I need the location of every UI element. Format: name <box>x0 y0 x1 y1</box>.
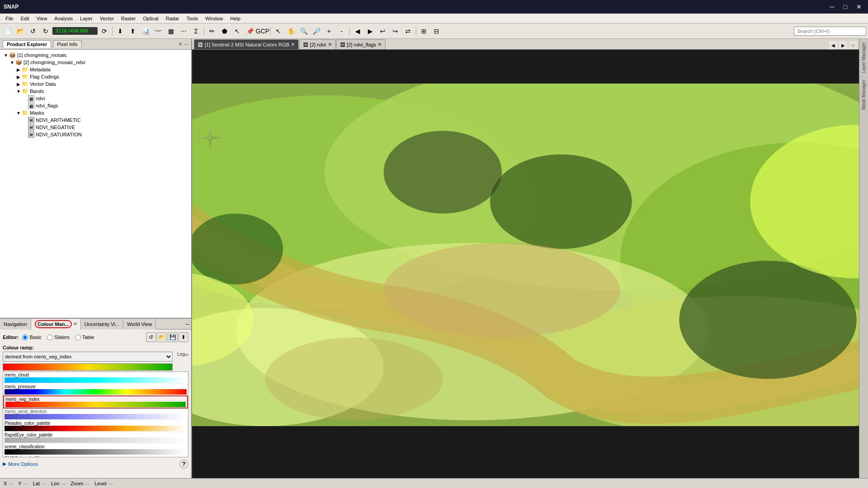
nav-left-button[interactable]: ◀ <box>352 25 363 37</box>
flip-button[interactable]: ⇄ <box>402 25 414 37</box>
map-tab-ndvi-flags-close[interactable]: ✕ <box>378 42 381 47</box>
nav-right-button[interactable]: ▶ <box>364 25 376 37</box>
map-tab-ndvi-close[interactable]: ✕ <box>328 42 332 47</box>
toggle-ndvi-flags[interactable] <box>22 103 28 108</box>
product-explorer-minimize[interactable]: ─ <box>184 41 188 47</box>
tree-item-flagcodings[interactable]: ▶ 📁 Flag Codings <box>14 73 189 80</box>
menu-radar[interactable]: Radar <box>162 15 183 22</box>
refresh-button[interactable]: ⟳ <box>99 25 110 37</box>
spectrum-button[interactable]: 〰 <box>152 25 164 37</box>
chart-button[interactable]: 📊 <box>140 25 151 37</box>
pan-button[interactable]: ✋ <box>285 25 297 37</box>
menu-view[interactable]: View <box>33 15 51 22</box>
zoom-out-button[interactable]: 🔎 <box>310 25 322 37</box>
menu-raster[interactable]: Raster <box>117 15 139 22</box>
export-button[interactable]: ⬆ <box>127 25 139 37</box>
radio-table[interactable]: Table <box>75 335 94 340</box>
tree-item-1[interactable]: ▼ 📦 [1] chongming_mosaic <box>2 51 189 59</box>
palette-item-meris-cloud[interactable]: meris_cloud <box>3 372 188 384</box>
log-label[interactable]: Log₁₀ <box>177 352 188 357</box>
toggle-2[interactable]: ▼ <box>9 60 15 65</box>
help-button[interactable]: ? <box>179 460 188 469</box>
map-tab-sentinel-close[interactable]: ✕ <box>291 42 295 47</box>
arrow-button[interactable]: ↖ <box>272 25 284 37</box>
toggle-ndvi-arithmetic[interactable] <box>22 118 28 123</box>
toggle-flagcodings[interactable]: ▶ <box>15 74 22 79</box>
menu-file[interactable]: File <box>2 15 17 22</box>
maximize-button[interactable]: □ <box>841 2 850 11</box>
plus-button[interactable]: + <box>323 25 335 37</box>
tree-item-metadata[interactable]: ▶ 📁 Metadata <box>14 66 189 73</box>
export-palette-button[interactable]: ⬆ <box>178 332 188 342</box>
search-input[interactable] <box>794 27 866 36</box>
palette-item-meris-pressure[interactable]: meris_pressure <box>3 384 188 395</box>
tree-item-ndvi-saturation[interactable]: M NDVI_SATURATION <box>21 131 189 138</box>
tree-item-vectordata[interactable]: ▶ 📁 Vector Data <box>14 80 189 88</box>
gcp-button[interactable]: GCP <box>257 25 268 37</box>
tab-product-explorer[interactable]: Product Explorer <box>3 40 51 48</box>
dock-layer-manager[interactable]: Layer Manager <box>860 39 867 76</box>
undo-button[interactable]: ↺ <box>27 25 39 37</box>
open-palette-button[interactable]: 📂 <box>157 332 167 342</box>
palette-item-pleiades[interactable]: Pleiades_color_palette <box>3 420 188 432</box>
tree-item-bands[interactable]: ▼ 📁 Bands <box>14 88 189 95</box>
tab-scroll-right[interactable]: ▶ <box>839 41 847 49</box>
redo-button[interactable]: ↻ <box>40 25 52 37</box>
tree-item-masks[interactable]: ▼ 📁 Masks <box>14 109 189 116</box>
tab-colour-man-close[interactable]: ✕ <box>73 321 77 326</box>
colour-ramp-dropdown[interactable]: derived from meris_veg_index <box>3 352 173 362</box>
menu-analysis[interactable]: Analysis <box>51 15 76 22</box>
tree-item-ndvi-flags[interactable]: ▦ ndvi_flags <box>21 102 189 109</box>
toggle-vectordata[interactable]: ▶ <box>15 82 22 87</box>
poly-button[interactable]: ⬟ <box>219 25 230 37</box>
map-tab-ndvi[interactable]: 🖼 [2] ndvi ✕ <box>299 39 335 49</box>
close-button[interactable]: ✕ <box>854 2 864 11</box>
select-button[interactable]: ↖ <box>231 25 243 37</box>
import-button[interactable]: ⬇ <box>114 25 126 37</box>
more-options-link[interactable]: ▶ More Options <box>3 459 38 469</box>
map-tab-sentinel[interactable]: 🖼 [1] Sentinel 2 MSI Natural Colors RGB … <box>194 39 299 49</box>
colour-palette-list[interactable]: meris_cloud meris_pressure meris_veg_ind… <box>3 372 188 457</box>
tab-pixel-info[interactable]: Pixel Info <box>53 40 81 48</box>
menu-edit[interactable]: Edit <box>17 15 33 22</box>
minimize-button[interactable]: ─ <box>827 2 837 11</box>
pin-button[interactable]: 📌 <box>244 25 256 37</box>
grid-button[interactable]: ⊟ <box>431 25 442 37</box>
rotate-right-button[interactable]: ↪ <box>389 25 401 37</box>
toggle-1[interactable]: ▼ <box>3 53 9 58</box>
menu-window[interactable]: Window <box>202 15 226 22</box>
palette-item-meris-veg-index[interactable]: meris_veg_index <box>3 395 188 409</box>
map-tab-ndvi-flags[interactable]: 🖼 [2] ndvi_flags ✕ <box>336 39 386 49</box>
toggle-ndvi[interactable] <box>22 96 28 101</box>
toggle-bands[interactable]: ▼ <box>15 89 22 94</box>
toggle-metadata[interactable]: ▶ <box>15 67 22 72</box>
palette-item-scene-classification[interactable]: scene_classification <box>3 444 188 455</box>
palette-item-rapideye[interactable]: RapidEye_color_palette <box>3 432 188 444</box>
dock-mask-manager[interactable]: Mask Manager <box>860 76 867 113</box>
minus-button[interactable]: - <box>336 25 347 37</box>
new-button[interactable]: 📄 <box>2 25 14 37</box>
menu-help[interactable]: Help <box>226 15 244 22</box>
tree-item-2[interactable]: ▼ 📦 [2] chongming_mosaic_ndvi <box>8 59 189 66</box>
map-canvas[interactable]: N <box>192 50 859 478</box>
radio-sliders[interactable]: Sliders <box>47 335 70 340</box>
menu-tools[interactable]: Tools <box>183 15 202 22</box>
sum-button[interactable]: Σ <box>190 25 202 37</box>
reset-palette-button[interactable]: ↺ <box>146 332 156 342</box>
draw-button[interactable]: ✏ <box>206 25 218 37</box>
sync-button[interactable]: ⊞ <box>418 25 430 37</box>
tab-navigation[interactable]: Navigation <box>0 319 31 330</box>
toggle-ndvi-saturation[interactable] <box>22 132 28 137</box>
histogram-button[interactable]: ▦ <box>165 25 177 37</box>
save-palette-button[interactable]: 💾 <box>168 332 178 342</box>
tab-scroll-left[interactable]: ◀ <box>829 41 837 49</box>
open-button[interactable]: 📂 <box>14 25 26 37</box>
menu-optical[interactable]: Optical <box>139 15 162 22</box>
bottom-panel-minimize[interactable]: ─ <box>183 320 191 328</box>
radio-basic[interactable]: Basic <box>22 335 42 340</box>
tab-world-view[interactable]: World View <box>123 319 156 330</box>
product-tree[interactable]: ▼ 📦 [1] chongming_mosaic ▼ 📦 [2] chongmi… <box>0 50 191 318</box>
tab-colour-man[interactable]: Colour Man... ✕ <box>31 319 81 330</box>
tab-maximize[interactable]: □ <box>849 41 857 49</box>
toggle-masks[interactable]: ▼ <box>15 111 22 116</box>
